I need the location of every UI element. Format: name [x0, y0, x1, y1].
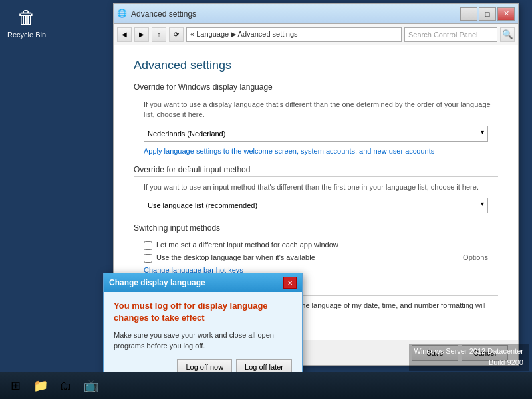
display-language-dropdown[interactable]: Nederlands (Nederland) English (United S… — [144, 126, 488, 142]
switching-checkbox2-row: Use the desktop language bar when it's a… — [144, 253, 488, 263]
window-controls: — □ ✕ — [460, 7, 515, 21]
display-language-desc: If you want to use a display language th… — [144, 100, 498, 120]
apply-language-link[interactable]: Apply language settings to the welcome s… — [144, 147, 488, 155]
title-bar: 🌐 Advanced settings — □ ✕ — [114, 4, 518, 24]
back-button[interactable]: ◀ — [117, 27, 132, 42]
server-badge-line1: Windows Server 2012 Datacenter — [414, 346, 523, 358]
switching-checkbox1-label: Let me set a different input method for … — [156, 241, 338, 249]
options-link[interactable]: Options — [463, 253, 488, 261]
server-badge-line2: Build 9200 — [414, 357, 523, 369]
switching-section: Switching input methods Let me set a dif… — [134, 223, 498, 274]
input-method-dropdown-row: Use language list (recommended) — [144, 198, 488, 213]
display-language-header: Override for Windows display language — [134, 82, 498, 94]
input-method-desc: If you want to use an input method that'… — [144, 182, 498, 192]
change-display-language-dialog: Change display language ✕ You must log o… — [103, 273, 303, 384]
close-button[interactable]: ✕ — [497, 7, 515, 21]
switching-header: Switching input methods — [134, 223, 498, 235]
input-method-dropdown[interactable]: Use language list (recommended) — [144, 198, 488, 213]
server-badge: Windows Server 2012 Datacenter Build 920… — [409, 344, 529, 371]
switching-checkbox2[interactable] — [144, 254, 152, 263]
page-title: Advanced settings — [134, 59, 498, 72]
dialog-title: Change display language — [109, 278, 283, 287]
taskbar-start-button[interactable]: ⊞ — [3, 374, 27, 398]
search-button[interactable]: 🔍 — [500, 27, 515, 42]
dialog-close-button[interactable]: ✕ — [283, 277, 297, 289]
taskbar-icons: ⊞ 📁 🗂 📺 — [0, 374, 103, 398]
dialog-main-text: You must log off for display language ch… — [114, 300, 292, 324]
recycle-bin-icon: 🗑 — [17, 7, 36, 29]
forward-button[interactable]: ▶ — [134, 27, 149, 42]
search-field[interactable]: Search Control Panel — [404, 27, 497, 42]
address-field[interactable]: « Language ▶ Advanced settings — [186, 27, 402, 42]
recycle-bin[interactable]: 🗑 Recycle Bin — [7, 7, 47, 39]
address-bar: ◀ ▶ ↑ ⟳ « Language ▶ Advanced settings S… — [114, 24, 518, 45]
input-method-dropdown-wrapper: Use language list (recommended) — [144, 198, 488, 213]
taskbar-icon-1[interactable]: 📁 — [29, 374, 53, 398]
input-method-section: Override for default input method If you… — [134, 165, 498, 213]
up-button[interactable]: ↑ — [152, 27, 166, 42]
minimize-button[interactable]: — — [460, 7, 477, 21]
input-method-header: Override for default input method — [134, 165, 498, 177]
taskbar-icon-3[interactable]: 📺 — [79, 374, 103, 398]
window-icon: 🌐 — [117, 9, 128, 19]
window-title: Advanced settings — [131, 9, 460, 19]
dialog-sub-text: Make sure you save your work and close a… — [114, 331, 292, 351]
taskbar-icon-2[interactable]: 🗂 — [54, 374, 78, 398]
switching-checkbox1[interactable] — [144, 241, 152, 250]
recycle-bin-label: Recycle Bin — [7, 31, 46, 39]
desktop: 🗑 Recycle Bin 🌐 Advanced settings — □ ✕ … — [0, 0, 532, 399]
display-language-dropdown-row: Nederlands (Nederland) English (United S… — [144, 126, 488, 142]
switching-checkbox1-row: Let me set a different input method for … — [144, 241, 488, 250]
display-language-section: Override for Windows display language If… — [134, 82, 498, 155]
refresh-button[interactable]: ⟳ — [169, 27, 184, 42]
switching-checkbox2-label: Use the desktop language bar when it's a… — [156, 253, 315, 261]
address-path: « Language ▶ Advanced settings — [190, 30, 298, 39]
dialog-body: You must log off for display language ch… — [104, 292, 302, 383]
taskbar: ⊞ 📁 🗂 📺 — [0, 372, 532, 399]
dialog-title-bar: Change display language ✕ — [104, 273, 302, 292]
display-language-dropdown-wrapper: Nederlands (Nederland) English (United S… — [144, 126, 488, 142]
search-placeholder: Search Control Panel — [408, 31, 478, 39]
maximize-button[interactable]: □ — [479, 7, 496, 21]
